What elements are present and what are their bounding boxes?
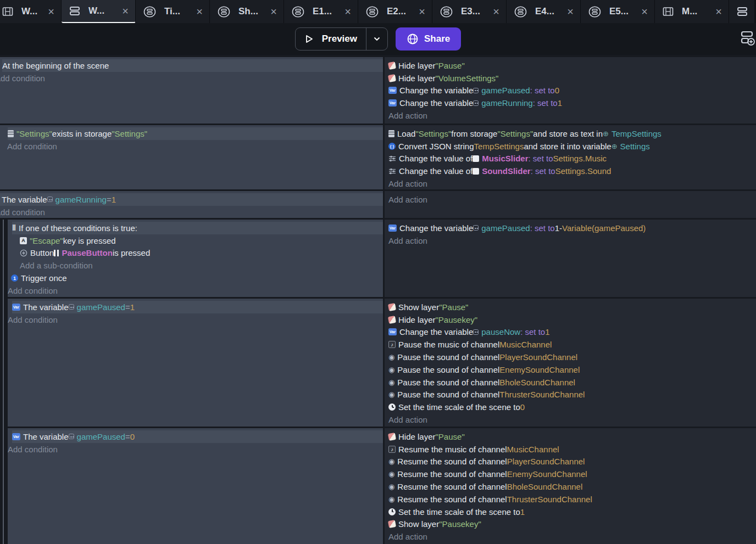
action-row[interactable]: VarChange the variable gamePaused: set t… xyxy=(388,222,756,234)
text-segment: 1 xyxy=(112,195,116,204)
text-segment: Convert JSON string xyxy=(398,142,474,151)
text-segment: Hide layer xyxy=(398,61,436,70)
preview-button[interactable]: Preview xyxy=(296,33,366,44)
text-segment: Resume the sound of channel xyxy=(397,482,507,491)
action-row[interactable]: ◉Resume the sound of channel BholeSoundC… xyxy=(388,480,756,493)
condition-row[interactable]: At the beginning of the scene xyxy=(2,59,383,72)
text-segment: BholeSoundChannel xyxy=(507,482,583,491)
close-icon[interactable]: × xyxy=(269,6,278,17)
global-variable-icon: ⊕ xyxy=(603,130,609,137)
add-action-button[interactable]: Add action xyxy=(388,109,756,122)
text-segment: Resume the music of channel xyxy=(398,445,507,454)
action-row[interactable]: VarChange the variable pauseNow: set to … xyxy=(388,326,756,339)
json-icon: { } xyxy=(388,143,396,150)
add-condition-button[interactable]: Add condition xyxy=(0,72,383,85)
action-row[interactable]: ◉Pause the sound of channel ThrusterSoun… xyxy=(388,389,756,401)
text-segment: If one of these conditions is true: xyxy=(19,223,137,233)
condition-row[interactable]: 1Trigger once xyxy=(11,272,383,284)
tab-m[interactable]: M...× xyxy=(655,0,729,23)
close-icon[interactable]: × xyxy=(714,6,723,17)
preview-options-button[interactable] xyxy=(366,28,387,50)
add-action-button[interactable]: Add action xyxy=(388,530,756,543)
tab-10[interactable] xyxy=(729,0,754,23)
tab-label: Ti... xyxy=(164,6,190,17)
close-icon[interactable]: × xyxy=(121,5,130,16)
action-row[interactable]: ◉Resume the sound of channel EnemySoundC… xyxy=(388,468,756,480)
condition-row[interactable]: Button PauseButton is pressed xyxy=(20,247,383,260)
text-segment: Button xyxy=(30,248,54,257)
text-segment: The variable xyxy=(2,195,47,204)
action-row[interactable]: Hide layer "VolumeSettings" xyxy=(388,72,756,85)
text-segment: Pause the sound of channel xyxy=(397,365,499,374)
text-segment: key is pressed xyxy=(63,236,116,245)
close-icon[interactable]: × xyxy=(566,6,575,17)
add-condition-button[interactable]: Add a sub-condition xyxy=(20,259,383,272)
tab-sh[interactable]: Sh...× xyxy=(210,0,284,23)
action-row[interactable]: Set the time scale of the scene to 1 xyxy=(388,506,756,518)
action-row[interactable]: ♪Resume the music of channel MusicChanne… xyxy=(388,443,756,456)
tab-e5[interactable]: E5...× xyxy=(581,0,655,23)
close-icon[interactable]: × xyxy=(195,6,204,17)
text-segment: Change the value of xyxy=(399,166,472,176)
condition-row[interactable]: VarThe variable gamePaused = 1 xyxy=(12,301,383,313)
action-row[interactable]: ◉Resume the sound of channel PlayerSound… xyxy=(388,456,756,468)
action-row[interactable]: Change the value of MusicSlider: set to … xyxy=(388,153,756,165)
condition-row[interactable]: A"Escape" key is pressed xyxy=(20,234,383,247)
action-row[interactable]: { }Convert JSON string TempSettings and … xyxy=(388,140,756,153)
text-segment: MusicChannel xyxy=(499,340,552,349)
add-condition-button[interactable]: Add condition xyxy=(8,284,383,297)
condition-row[interactable]: ‖If one of these conditions is true: xyxy=(12,222,383,234)
add-action-button[interactable]: Add action xyxy=(388,177,756,189)
add-action-button[interactable]: Add action xyxy=(388,234,756,247)
action-row[interactable]: Hide layer "Pause" xyxy=(388,430,756,443)
action-row[interactable]: VarChange the variable gameRunning: set … xyxy=(388,97,756,109)
add-action-button[interactable]: Add action xyxy=(388,413,756,426)
text-segment: = xyxy=(125,432,130,441)
close-icon[interactable]: × xyxy=(343,6,352,17)
tab-w[interactable]: W...× xyxy=(0,0,62,23)
action-row[interactable]: Show layer "Pausekey" xyxy=(388,518,756,531)
tab-e4[interactable]: E4...× xyxy=(507,0,581,23)
action-row[interactable]: ◉Pause the sound of channel EnemySoundCh… xyxy=(388,363,756,376)
add-event-button[interactable] xyxy=(740,30,755,49)
condition-row[interactable]: "Settings" exists in storage "Settings" xyxy=(8,127,383,140)
action-row[interactable]: ◉Pause the sound of channel BholeSoundCh… xyxy=(388,376,756,389)
variable-badge-icon xyxy=(69,434,74,439)
action-row[interactable]: Load "Settings" from storage "Settings" … xyxy=(388,127,756,140)
layer-icon xyxy=(388,316,396,323)
condition-row[interactable]: VarThe variable gamePaused = 0 xyxy=(12,430,383,443)
text-segment: Set the time scale of the scene to xyxy=(398,507,520,517)
add-event-icon xyxy=(740,30,755,47)
action-row[interactable]: ◉Resume the sound of channel ThrusterSou… xyxy=(388,493,756,506)
close-icon[interactable]: × xyxy=(47,6,55,17)
text-segment: SoundSlider xyxy=(482,166,530,176)
add-condition-button[interactable]: Add condition xyxy=(8,313,383,326)
close-icon[interactable]: × xyxy=(492,6,501,17)
action-row[interactable]: Set the time scale of the scene to 0 xyxy=(388,401,756,413)
text-segment: Settings xyxy=(620,142,650,151)
add-condition-button[interactable]: Add condition xyxy=(0,206,383,218)
add-action-button[interactable]: Add action xyxy=(388,193,756,206)
variable-action-icon: Var xyxy=(388,87,397,94)
condition-row[interactable]: VarThe variable gameRunning = 1 xyxy=(0,193,383,206)
add-condition-button[interactable]: Add condition xyxy=(8,443,383,456)
close-icon[interactable]: × xyxy=(418,6,426,17)
action-row[interactable]: Hide layer "Pause" xyxy=(388,59,756,72)
variable-badge-icon xyxy=(473,329,479,335)
action-row[interactable]: Hide layer "Pausekey" xyxy=(388,313,756,326)
tab-e1[interactable]: E1...× xyxy=(284,0,358,23)
tab-e3[interactable]: E3...× xyxy=(432,0,507,23)
close-icon[interactable]: × xyxy=(640,6,649,17)
action-row[interactable]: ◉Pause the sound of channel PlayerSoundC… xyxy=(388,351,756,363)
action-row[interactable]: Show layer "Pause" xyxy=(388,301,756,313)
action-row[interactable]: ♪Pause the music of channel MusicChannel xyxy=(388,338,756,351)
add-condition-button[interactable]: Add condition xyxy=(7,140,383,153)
tab-w[interactable]: W...× xyxy=(62,0,136,23)
action-row[interactable]: VarChange the variable gamePaused: set t… xyxy=(388,85,756,97)
action-row[interactable]: Change the value of SoundSlider: set to … xyxy=(388,165,756,177)
tab-ti[interactable]: Ti...× xyxy=(136,0,210,23)
event-6: VarThe variable gamePaused = 0Add condit… xyxy=(0,428,756,544)
share-button[interactable]: Share xyxy=(396,27,461,51)
event-sheet-icon xyxy=(69,6,80,16)
tab-e2[interactable]: E2...× xyxy=(358,0,432,23)
